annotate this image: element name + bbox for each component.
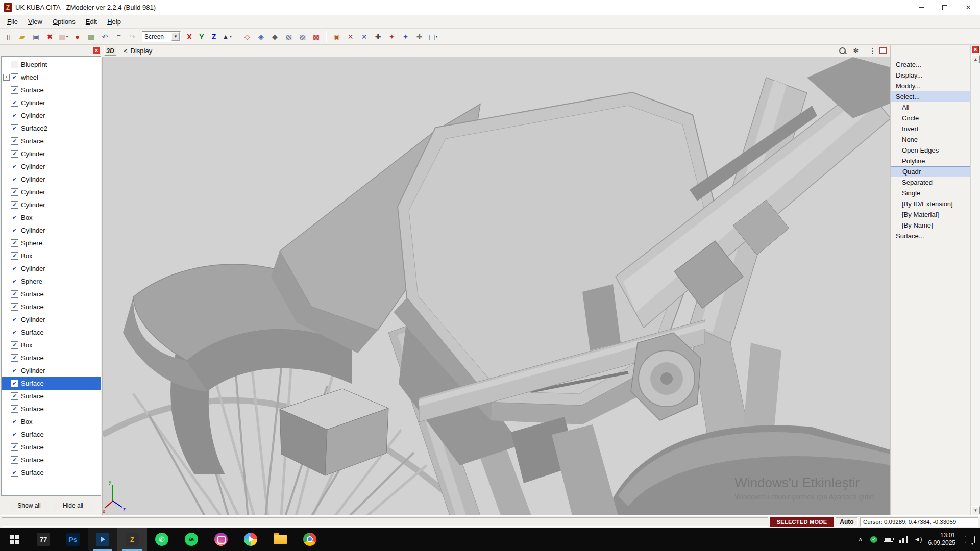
visibility-checkbox[interactable]: ✔ (11, 265, 18, 272)
region-zoom-icon[interactable] (865, 46, 874, 56)
visibility-checkbox[interactable]: ✔ (11, 112, 18, 119)
tree-item-cylinder[interactable]: ✔Cylinder (2, 364, 101, 377)
visibility-checkbox[interactable]: ✔ (11, 418, 18, 425)
panel-item-invert[interactable]: Invert (891, 123, 971, 134)
axis-x-button[interactable]: X (184, 31, 195, 43)
scroll-down-icon[interactable]: ▼ (971, 506, 980, 514)
figure-tool-icon[interactable]: ✚ (413, 31, 426, 43)
tree-item-surface[interactable]: ✔Surface (2, 428, 101, 441)
animate-run-icon[interactable]: ✦ (385, 31, 398, 43)
box-selected-icon[interactable]: ▩ (310, 31, 323, 43)
panel-item-circle[interactable]: Circle (891, 113, 971, 123)
tree-item-box[interactable]: ✔Box (2, 415, 101, 428)
panel-scrollbar[interactable]: ✕ ▲ ▼ (970, 45, 980, 515)
visibility-checkbox[interactable]: ✔ (11, 329, 18, 336)
hide-all-button[interactable]: Hide all (54, 500, 92, 511)
viewport-3d[interactable]: y x z Windows'u Etkinleştir Windows'u et… (102, 57, 890, 515)
panel-item-by-material[interactable]: [By Material] (891, 209, 971, 220)
visibility-checkbox[interactable]: ✔ (11, 290, 18, 298)
visibility-checkbox[interactable]: ✔ (11, 380, 18, 387)
taskbar-instagram[interactable] (206, 528, 236, 551)
view-mode-button[interactable]: 3D (104, 46, 116, 56)
undo-icon[interactable]: ↶ (99, 31, 111, 43)
axis-y-button[interactable]: Y (196, 31, 207, 43)
visibility-checkbox[interactable]: ✔ (11, 239, 18, 247)
taskbar-zmodeler[interactable]: Z (117, 528, 147, 551)
tree-item-surface[interactable]: ✔Surface (2, 135, 101, 147)
history-list-icon[interactable]: ≡ (112, 31, 125, 43)
taskbar-file-explorer[interactable] (265, 528, 295, 551)
tree-item-surface[interactable]: ✔Surface (2, 352, 101, 364)
tree-item-surface[interactable]: ✔Surface (2, 466, 101, 479)
expander-icon[interactable]: + (3, 74, 10, 81)
visibility-checkbox[interactable]: ✔ (11, 252, 18, 260)
auto-indicator[interactable]: Auto (836, 517, 858, 527)
tree-item-cylinder[interactable]: ✔Cylinder (2, 186, 101, 198)
faces-mode-icon[interactable]: ◆ (268, 31, 281, 43)
close-command-panel-icon[interactable]: ✕ (972, 46, 979, 53)
break-tool-icon[interactable]: ✕ (344, 31, 357, 43)
tree-item-surface[interactable]: ✔Surface (2, 454, 101, 466)
material-cone-icon[interactable]: ▲▾ (220, 31, 233, 43)
tree-item-box[interactable]: ✔Box (2, 211, 101, 224)
menu-view[interactable]: View (23, 16, 47, 27)
taskbar-clock[interactable]: 13:01 6.09.2025 (928, 532, 955, 547)
start-button[interactable] (0, 528, 29, 551)
maximize-button[interactable] (933, 0, 957, 15)
tree-item-cylinder[interactable]: ✔Cylinder (2, 96, 101, 109)
close-button[interactable]: ✕ (957, 0, 980, 15)
tree-item-sphere[interactable]: ✔Sphere (2, 237, 101, 249)
tray-antivirus-icon[interactable]: ✔ (870, 536, 877, 543)
detach-tool-icon[interactable]: ✕ (358, 31, 371, 43)
visibility-checkbox[interactable]: ✔ (11, 86, 18, 94)
visibility-checkbox[interactable]: ✔ (11, 73, 18, 81)
save-icon[interactable]: ▣ (30, 31, 42, 43)
taskbar-chrome[interactable] (295, 528, 325, 551)
tree-item-sphere[interactable]: ✔Sphere (2, 275, 101, 288)
redo-icon[interactable]: ↷ (126, 31, 139, 43)
render-sphere-icon[interactable]: ● (71, 31, 84, 43)
zoom-icon[interactable] (838, 46, 847, 56)
taskbar-whatsapp[interactable]: ✆ (147, 528, 177, 551)
tree-item-cylinder[interactable]: ✔Cylinder (2, 160, 101, 173)
menu-options[interactable]: Options (47, 16, 81, 27)
background-image-icon[interactable]: ▦ (85, 31, 97, 43)
taskbar-photoshop[interactable]: Ps (58, 528, 88, 551)
visibility-checkbox[interactable]: ✔ (11, 124, 18, 132)
screen-mode-combo[interactable]: Screen▼ (142, 31, 181, 42)
panel-item-quadr[interactable]: Quadr (891, 166, 971, 177)
visibility-checkbox[interactable]: ✔ (11, 99, 18, 107)
weld-magnet-icon[interactable]: ◉ (330, 31, 343, 43)
taskbar-video-app[interactable] (88, 528, 117, 551)
visibility-checkbox[interactable]: ✔ (11, 227, 18, 234)
taskbar-play-games[interactable] (236, 528, 265, 551)
visibility-checkbox[interactable]: ✔ (11, 431, 18, 438)
tree-item-box[interactable]: ✔Box (2, 249, 101, 262)
tree-item-surface[interactable]: ✔Surface (2, 377, 101, 390)
visibility-checkbox[interactable]: ✔ (11, 354, 18, 362)
taskbar-spotify[interactable]: ≋ (177, 528, 206, 551)
extras-menu-icon[interactable]: ▤▾ (427, 31, 439, 43)
visibility-checkbox[interactable]: ✔ (11, 443, 18, 451)
tree-item-blueprint[interactable]: Blueprint (2, 58, 101, 71)
tree-item-surface[interactable]: ✔Surface (2, 403, 101, 415)
panel-item-select[interactable]: Select... (891, 91, 971, 102)
skeleton-tool-icon[interactable]: ✚ (372, 31, 384, 43)
combo-dropdown-icon[interactable]: ▼ (172, 32, 180, 41)
minimize-button[interactable] (910, 0, 933, 15)
tree-item-wheel[interactable]: +✔wheel (2, 71, 101, 84)
tree-item-cylinder[interactable]: ✔Cylinder (2, 198, 101, 211)
view-options-icon[interactable]: ✻ (851, 46, 861, 56)
new-file-icon[interactable]: ▯ (2, 31, 15, 43)
panel-item-single[interactable]: Single (891, 188, 971, 198)
panel-item-surface[interactable]: Surface... (891, 231, 971, 241)
visibility-checkbox[interactable]: ✔ (11, 367, 18, 374)
panel-item-none[interactable]: None (891, 134, 971, 145)
tree-item-cylinder[interactable]: ✔Cylinder (2, 109, 101, 122)
tree-item-cylinder[interactable]: ✔Cylinder (2, 262, 101, 275)
visibility-checkbox[interactable]: ✔ (11, 303, 18, 311)
edges-mode-icon[interactable]: ◈ (255, 31, 267, 43)
tree-item-surface2[interactable]: ✔Surface2 (2, 122, 101, 135)
tree-item-cylinder[interactable]: ✔Cylinder (2, 173, 101, 186)
visibility-checkbox[interactable]: ✔ (11, 188, 18, 196)
